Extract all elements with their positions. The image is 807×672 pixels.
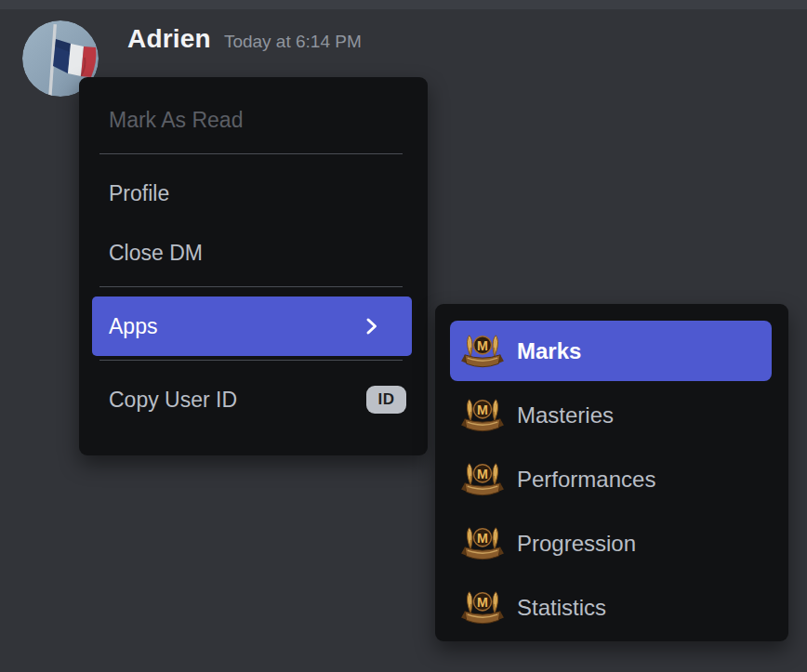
message-timestamp: Today at 6:14 PM [224,32,362,52]
context-menu: Mark As Read Profile Close DM Apps Copy … [79,77,428,455]
menu-divider [99,153,403,154]
apps-submenu: Marks Masteries Performances Progression… [435,304,788,641]
menu-divider [99,360,403,361]
menu-item-apps[interactable]: Apps [92,296,412,356]
id-badge-icon: ID [366,386,406,414]
menu-item-label: Mark As Read [109,108,406,133]
menu-item-profile[interactable]: Profile [92,164,412,223]
submenu-item-label: Progression [517,531,636,557]
menu-divider [99,286,403,287]
username[interactable]: Adrien [127,24,211,54]
submenu-item-progression[interactable]: Progression [450,513,772,573]
submenu-item-label: Masteries [517,402,614,428]
submenu-item-performances[interactable]: Performances [450,449,772,509]
mastery-badge-icon [461,396,504,435]
submenu-item-label: Performances [517,467,655,493]
menu-item-label: Apps [109,314,364,339]
mastery-badge-icon [461,588,504,627]
mastery-badge-icon [461,332,504,371]
mastery-badge-icon [461,524,504,563]
menu-item-label: Close DM [109,241,406,266]
submenu-item-marks[interactable]: Marks [450,321,772,381]
mastery-badge-icon [461,460,504,499]
submenu-item-masteries[interactable]: Masteries [450,385,772,445]
message-header: Adrien Today at 6:14 PM [127,24,362,54]
menu-item-label: Copy User ID [109,388,366,413]
submenu-item-label: Statistics [517,595,606,621]
submenu-item-statistics[interactable]: Statistics [450,577,772,638]
previous-message-edge [0,0,807,9]
menu-item-label: Profile [109,181,406,206]
menu-item-close-dm[interactable]: Close DM [92,223,412,283]
menu-item-mark-as-read[interactable]: Mark As Read [92,90,412,150]
menu-item-copy-user-id[interactable]: Copy User ID ID [92,370,412,429]
submenu-item-label: Marks [517,338,581,364]
chevron-right-icon [364,316,378,336]
